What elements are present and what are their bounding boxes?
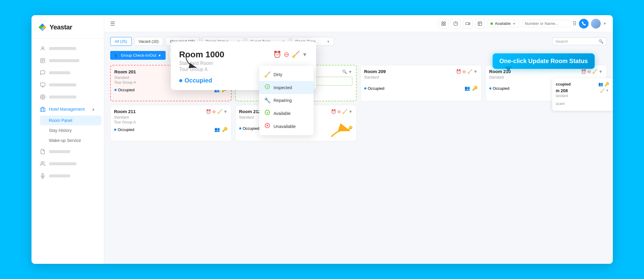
- status-option-repairing[interactable]: 🔧 Repairing: [259, 94, 314, 107]
- sidebar-item-settings[interactable]: [34, 91, 101, 103]
- room-211-icons: ⏰ ⊖ 🧹 ▼: [206, 109, 228, 114]
- sidebar-subitem-room-panel[interactable]: Room Panel: [40, 116, 101, 125]
- room-211-actions: 👥 🔑: [214, 127, 228, 132]
- no-icon-211: ⊖: [212, 109, 216, 114]
- top-nav: ☰ Available ▼: [104, 15, 613, 32]
- right-card-header: ccupied 👥 🔑: [556, 82, 609, 86]
- room-208-type: tandard: [556, 94, 609, 98]
- room-card-211[interactable]: Room 211 ⏰ ⊖ 🧹 ▼ Standard Tour Group-A: [110, 105, 232, 141]
- room-208-status: acant: [556, 102, 609, 106]
- room-209-actions: 👥 🔑: [464, 86, 478, 91]
- dirty-icon: 🧹: [264, 71, 271, 78]
- dirty-icon-212: 🧹: [342, 109, 347, 114]
- filter-tab-all[interactable]: All (25): [110, 37, 132, 46]
- room-205-icons: 🔍 ▼: [342, 69, 352, 74]
- chevron-208: ▼: [606, 89, 609, 93]
- dialpad-icon[interactable]: ⠿: [573, 20, 576, 27]
- help-btn[interactable]: [451, 19, 461, 29]
- dirty-icon-211: 🧹: [217, 109, 222, 114]
- hotel-chevron: ▲: [92, 107, 95, 111]
- room-card-209[interactable]: Room 209 ⏰ ⊖ 🧹 ▼ Standard Occupied: [360, 65, 482, 101]
- search-filter[interactable]: Search 🔍: [552, 38, 607, 45]
- zoom-icon-205: 🔍: [342, 69, 347, 74]
- settings-icon: [40, 94, 45, 100]
- nav-dropdown-icon[interactable]: ▼: [603, 22, 607, 26]
- top-search-input[interactable]: [522, 20, 570, 27]
- people-icon-212: 👥: [339, 126, 345, 131]
- sidebar-submenu-hotel: Room Panel Stay History Wake-up Service: [31, 116, 104, 145]
- phone-btn[interactable]: [579, 19, 589, 29]
- sidebar-item-docs[interactable]: [34, 146, 101, 157]
- people-icon-209: 👥: [464, 86, 470, 91]
- popup-status-dot: [179, 79, 182, 82]
- status-option-available[interactable]: Available: [259, 107, 314, 120]
- unavailable-icon: [264, 123, 271, 130]
- status-label: Available: [495, 21, 511, 26]
- room-212-actions: 👥 🔑: [339, 126, 353, 131]
- mic-icon: [40, 173, 45, 179]
- sidebar-item-mic[interactable]: [34, 170, 101, 182]
- alarm-icon-211: ⏰: [206, 109, 211, 114]
- sidebar-item-hotel[interactable]: Hotel Management ▲: [34, 103, 101, 115]
- sidebar-item-monitor[interactable]: [34, 79, 101, 91]
- chevron-211: ▼: [223, 109, 228, 114]
- sidebar-item-contacts[interactable]: [34, 43, 101, 54]
- svg-rect-13: [444, 22, 446, 23]
- grid-view-btn[interactable]: [439, 19, 448, 29]
- sidebar-item-messages[interactable]: [34, 67, 101, 79]
- popup-status-label: Occupied: [185, 77, 212, 84]
- hamburger-icon[interactable]: ☰: [110, 20, 115, 27]
- docs-icon: [40, 149, 45, 154]
- room-212-name: Room 212: [239, 109, 261, 114]
- room-211-name: Room 211: [114, 109, 136, 114]
- status-badge[interactable]: Available ▼: [487, 20, 519, 27]
- popup-chevron[interactable]: ▼: [302, 52, 308, 58]
- sidebar-subitem-wake-up[interactable]: Wake-up Service: [40, 136, 101, 145]
- inspected-label: Inspected: [274, 85, 292, 90]
- monitor-icon: [40, 82, 45, 88]
- key-icon-right: 🔑: [604, 82, 609, 86]
- right-partial-card: ccupied 👥 🔑 m 208 🧹 ▼ tandard: [552, 78, 613, 111]
- reports-icon: [40, 58, 45, 63]
- group-icon: 👥: [114, 53, 119, 58]
- room-201-name: Room 201: [114, 69, 136, 74]
- reports-label: [49, 59, 79, 62]
- svg-rect-12: [442, 22, 443, 23]
- layout-btn[interactable]: [475, 19, 485, 29]
- room-211-group: Tour Group-A: [114, 120, 228, 124]
- status-option-dirty[interactable]: 🧹 Dirty: [259, 68, 314, 81]
- yeastar-logo-icon: [38, 22, 47, 32]
- repairing-label: Repairing: [274, 98, 292, 103]
- room-209-type: Standard: [364, 75, 478, 79]
- status-label-212: Occupied: [243, 126, 259, 131]
- group-checkin-btn[interactable]: 👥 Group Check-In/Out ▼: [110, 51, 166, 60]
- filter-tab-vacant[interactable]: Vacant (10): [134, 37, 163, 46]
- sidebar-subitem-stay-history[interactable]: Stay History: [40, 126, 101, 135]
- room-detail-popup: Room 1000 ⏰ ⊖ 🧹 ▼ 🧹 Dirty: [171, 41, 316, 90]
- status-option-unavailable[interactable]: Unavailable: [259, 120, 314, 133]
- contacts-label: [49, 47, 76, 50]
- status-option-inspected[interactable]: Inspected: [259, 81, 314, 94]
- popup-dirty-icon[interactable]: 🧹: [292, 51, 300, 59]
- popup-no-icon[interactable]: ⊖: [284, 51, 289, 59]
- sidebar-item-reports[interactable]: [34, 55, 101, 66]
- chevron-212: ▼: [348, 109, 353, 114]
- monitor-label: [49, 83, 76, 86]
- svg-rect-6: [40, 83, 45, 86]
- svg-rect-14: [442, 24, 443, 25]
- popup-alarm-icon[interactable]: ⏰: [273, 51, 281, 59]
- sidebar-item-users[interactable]: [34, 158, 101, 170]
- no-icon-212: ⊖: [337, 109, 341, 114]
- user-avatar[interactable]: [591, 19, 601, 29]
- room-type-chevron: ▼: [327, 40, 330, 43]
- room-208-icons: 🧹 ▼: [600, 89, 609, 93]
- room-209-icons: ⏰ ⊖ 🧹 ▼: [456, 69, 478, 74]
- available-label: Available: [274, 111, 291, 116]
- status-dot-209: [364, 87, 366, 89]
- video-btn[interactable]: [463, 19, 473, 29]
- svg-point-7: [42, 96, 43, 98]
- dirty-label: Dirty: [274, 72, 282, 77]
- contacts-icon: [40, 46, 45, 51]
- no-icon-209: ⊖: [462, 69, 466, 74]
- svg-rect-18: [466, 22, 469, 25]
